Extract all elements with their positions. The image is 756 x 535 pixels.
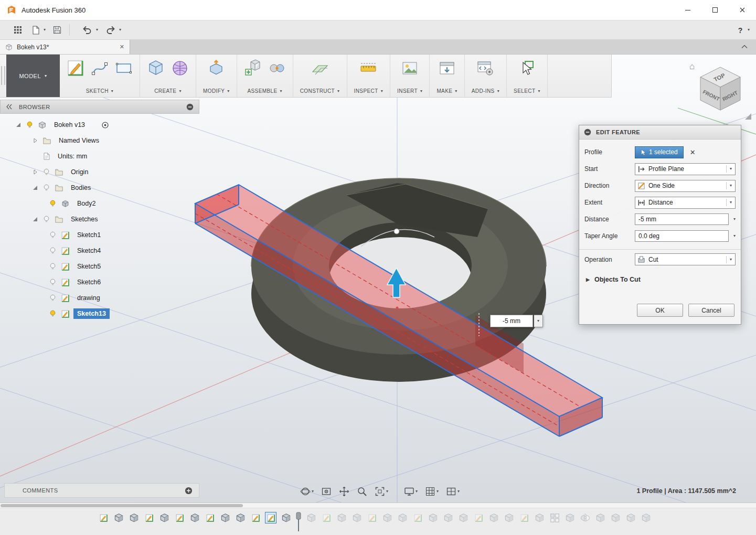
- timeline-feature-sketch[interactable]: [265, 512, 276, 523]
- browser-item-label[interactable]: Bokeh v13: [50, 120, 89, 130]
- browser-item[interactable]: Origin: [0, 164, 199, 180]
- nav-tool-button[interactable]: [355, 485, 369, 498]
- chevron-down-icon[interactable]: ▾: [534, 315, 543, 327]
- timeline-feature-sketch[interactable]: [518, 512, 530, 523]
- collapse-browser-button[interactable]: [6, 104, 13, 110]
- timeline-feature-extrude[interactable]: [158, 512, 170, 523]
- ribbon-group-menu[interactable]: SKETCH▾: [86, 88, 113, 94]
- ok-button[interactable]: OK: [637, 304, 683, 317]
- browser-item-label[interactable]: drawing: [73, 293, 104, 303]
- rb-form-icon[interactable]: [171, 59, 189, 77]
- minimize-button[interactable]: [674, 0, 701, 20]
- timeline-feature-extrude[interactable]: [351, 512, 363, 523]
- objects-to-cut-expander[interactable]: ▶ Objects To Cut: [579, 270, 741, 289]
- browser-item-label[interactable]: Sketches: [67, 214, 101, 224]
- timeline-feature-extrude[interactable]: [503, 512, 515, 523]
- timeline-feature-sketch[interactable]: [250, 512, 261, 523]
- close-button[interactable]: [729, 0, 756, 20]
- timeline-feature-extrude[interactable]: [442, 512, 454, 523]
- ribbon-group-menu[interactable]: CREATE▾: [154, 88, 182, 94]
- rb-rect-icon[interactable]: [115, 59, 133, 77]
- timeline-feature-extrude[interactable]: [640, 512, 652, 523]
- undo-button[interactable]: [80, 24, 95, 36]
- rb-make-icon[interactable]: [438, 59, 456, 77]
- browser-item-label[interactable]: Body2: [73, 198, 99, 209]
- nav-tool-button[interactable]: [319, 485, 334, 498]
- timeline-feature-extrude[interactable]: [564, 512, 576, 523]
- chevron-down-icon[interactable]: ▾: [386, 489, 388, 494]
- browser-item[interactable]: Sketch4: [0, 243, 199, 259]
- timeline-feature-extrude[interactable]: [534, 512, 545, 523]
- viewcube[interactable]: ⌂ TOP FRONT RIGHT: [686, 56, 754, 127]
- rb-measure-icon[interactable]: [359, 59, 377, 77]
- rb-spline-icon[interactable]: [91, 59, 109, 77]
- timeline-feature-extrude[interactable]: [305, 512, 317, 523]
- timeline-feature-extrude[interactable]: [397, 512, 408, 523]
- browser-item-label[interactable]: Sketch5: [73, 261, 104, 272]
- rb-box-icon[interactable]: [147, 59, 165, 77]
- dropdown-select[interactable]: Cut ▾: [635, 253, 736, 265]
- chevron-down-icon[interactable]: ▾: [119, 28, 121, 32]
- ribbon-group-menu[interactable]: SELECT▾: [514, 88, 540, 94]
- timeline-feature-extrude[interactable]: [336, 512, 347, 523]
- workspace-switcher[interactable]: MODEL ▾: [6, 55, 60, 97]
- browser-item[interactable]: Sketch5: [0, 259, 199, 274]
- rb-plane-icon[interactable]: [311, 59, 329, 77]
- nav-tool-button[interactable]: ▾: [444, 485, 462, 498]
- chevron-down-icon[interactable]: ▾: [44, 28, 46, 32]
- rb-image-icon[interactable]: [401, 59, 419, 77]
- timeline-feature-extrude[interactable]: [280, 512, 292, 523]
- value-input[interactable]: 0.0 deg: [635, 230, 729, 242]
- distance-input[interactable]: -5 mm: [490, 315, 533, 327]
- ribbon-group-menu[interactable]: ADD-INS▾: [472, 88, 499, 94]
- timeline-feature-extrude[interactable]: [113, 512, 124, 523]
- browser-item[interactable]: drawing: [0, 290, 199, 306]
- timeline-feature-sketch[interactable]: [321, 512, 332, 523]
- browser-item-label[interactable]: Units: mm: [54, 151, 91, 162]
- timeline-feature-extrude[interactable]: [625, 512, 636, 523]
- comments-bar[interactable]: COMMENTS: [4, 483, 199, 498]
- timeline-feature-sketch[interactable]: [473, 512, 484, 523]
- timeline-feature-mirror[interactable]: [579, 512, 591, 523]
- timeline-feature-extrude[interactable]: [594, 512, 606, 523]
- nav-tool-button[interactable]: ▾: [298, 485, 316, 498]
- rb-sketch-icon[interactable]: [67, 59, 84, 77]
- toolbar-grip[interactable]: [1, 66, 5, 85]
- timeline-scrollbar[interactable]: [0, 503, 756, 508]
- timeline-feature-extrude[interactable]: [488, 512, 499, 523]
- clear-selection-button[interactable]: ✕: [690, 148, 696, 156]
- browser-item[interactable]: Named Views: [0, 133, 199, 148]
- nav-tool-button[interactable]: ▾: [372, 485, 390, 498]
- ribbon-group-menu[interactable]: MODIFY▾: [203, 88, 230, 94]
- chevron-down-icon[interactable]: ▾: [96, 28, 98, 32]
- browser-item[interactable]: Sketch13: [0, 306, 199, 322]
- maximize-button[interactable]: [701, 0, 729, 20]
- viewcube-menu-icon[interactable]: [745, 113, 751, 120]
- file-menu-button[interactable]: [29, 24, 42, 37]
- browser-item[interactable]: Body2: [0, 196, 199, 211]
- browser-item-label[interactable]: Sketch4: [73, 245, 104, 256]
- browser-item[interactable]: Sketch6: [0, 274, 199, 290]
- nav-tool-button[interactable]: ▾: [402, 485, 420, 498]
- browser-item[interactable]: Sketches: [0, 211, 199, 227]
- chevron-down-icon[interactable]: ▾: [733, 234, 736, 238]
- activate-component-icon[interactable]: [101, 121, 109, 129]
- timeline-feature-sketch[interactable]: [366, 512, 378, 523]
- timeline-feature-extrude[interactable]: [219, 512, 231, 523]
- dropdown-select[interactable]: Profile Plane ▾: [635, 163, 736, 175]
- home-view-icon[interactable]: ⌂: [689, 61, 695, 71]
- browser-item[interactable]: Bokeh v13: [0, 117, 199, 133]
- chevron-down-icon[interactable]: ▾: [436, 489, 439, 494]
- rb-select-icon[interactable]: [518, 59, 536, 77]
- minimize-browser-button[interactable]: [186, 103, 194, 111]
- timeline-feature-extrude[interactable]: [610, 512, 621, 523]
- app-grid-button[interactable]: [11, 24, 25, 36]
- ribbon-group-menu[interactable]: CONSTRUCT▾: [300, 88, 340, 94]
- timeline-feature-pattern[interactable]: [549, 512, 560, 523]
- chevron-down-icon[interactable]: ▾: [312, 489, 314, 494]
- ribbon-group-menu[interactable]: ASSEMBLE▾: [247, 88, 282, 94]
- browser-item-label[interactable]: Origin: [67, 167, 92, 177]
- profile-selection-chip[interactable]: 1 selected: [635, 146, 684, 158]
- browser-item-label[interactable]: Sketch6: [73, 277, 104, 287]
- scrollbar-thumb[interactable]: [1, 504, 243, 507]
